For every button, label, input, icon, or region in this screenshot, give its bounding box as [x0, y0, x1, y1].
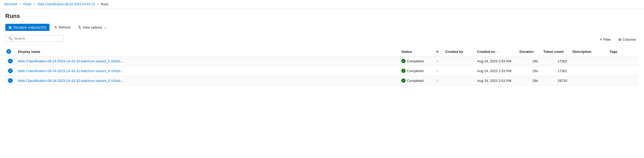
row-name: Web Classification-08-24-2023-14-43-32-b…: [15, 56, 399, 66]
breadcrumb: Microsoft > Flows > Web Classification-0…: [0, 0, 644, 8]
visualize-label: Visualize outputs(3/5): [13, 25, 46, 29]
favorite-star-icon[interactable]: ☆: [436, 69, 439, 73]
th-fav: ☆: [433, 47, 443, 56]
page-content: Runs ▦ Visualize outputs(3/5) ↻ Refresh …: [0, 8, 644, 90]
th-check[interactable]: ✓: [5, 47, 15, 56]
row-checkbox[interactable]: ✓: [5, 76, 15, 86]
row-created-on: Aug 24, 2023 2:53 PM: [474, 56, 517, 66]
row-tags: [607, 66, 639, 76]
search-wrapper: 🔍: [5, 35, 64, 42]
status-label: Completed: [407, 59, 424, 63]
grid-icon: ▦: [8, 25, 12, 29]
row-duration: 29s: [517, 76, 541, 86]
row-status: ✓ Completed: [399, 76, 433, 86]
row-created-on: Aug 24, 2023 2:53 PM: [474, 76, 517, 86]
row-checkbox[interactable]: ✓: [5, 56, 15, 66]
toolbar: ▦ Visualize outputs(3/5) ↻ Refresh ⇅ Vie…: [5, 24, 639, 31]
row-status: ✓ Completed: [399, 66, 433, 76]
table-row: ✓ Web Classification-08-24-2023-14-43-32…: [5, 56, 639, 66]
row-name: Web Classification-08-24-2023-14-43-32-b…: [15, 66, 399, 76]
refresh-button[interactable]: ↻ Refresh: [52, 24, 74, 31]
row-description: [570, 56, 607, 66]
th-tags[interactable]: Tags: [607, 47, 639, 56]
th-duration[interactable]: Duration: [517, 47, 541, 56]
row-tags: [607, 56, 639, 66]
columns-button[interactable]: ⊞ Columns: [616, 36, 639, 43]
row-name-link[interactable]: Web Classification-08-24-2023-14-43-32-b…: [18, 59, 124, 63]
page-title: Runs: [5, 13, 639, 20]
status-label: Completed: [407, 79, 424, 83]
row-name: Web Classification-08-24-2023-14-43-32-b…: [15, 76, 399, 86]
star-icon: ☆: [436, 50, 439, 54]
refresh-icon: ↻: [54, 25, 57, 29]
th-display-name[interactable]: Display name: [15, 47, 399, 56]
row-name-link[interactable]: Web Classification-08-24-2023-14-43-32-b…: [18, 79, 124, 83]
row-description: [570, 66, 607, 76]
filter-label: Filter: [603, 38, 611, 41]
chevron-down-icon: ⌄: [104, 25, 107, 29]
row-name-link[interactable]: Web Classification-08-24-2023-14-43-32-b…: [18, 69, 124, 73]
columns-icon: ⊞: [618, 38, 621, 41]
row-token-count: 17302: [541, 66, 570, 76]
row-checkbox[interactable]: ✓: [5, 66, 15, 76]
nav-current: Runs: [101, 2, 108, 6]
sort-icon: ↓: [497, 50, 499, 53]
row-duration: 29s: [517, 66, 541, 76]
row-tags: [607, 76, 639, 86]
table-row: ✓ Web Classification-08-24-2023-14-43-32…: [5, 76, 639, 86]
columns-label: Columns: [623, 38, 636, 41]
view-options-button[interactable]: ⇅ View options ⌄: [75, 24, 109, 31]
th-created-on[interactable]: Created on ↓: [474, 47, 517, 56]
favorite-star-icon[interactable]: ☆: [436, 78, 439, 83]
visualize-outputs-button[interactable]: ▦ Visualize outputs(3/5): [5, 24, 50, 31]
row-favorite[interactable]: ☆: [433, 76, 443, 86]
view-options-label: View options: [83, 25, 102, 29]
row-description: [570, 76, 607, 86]
th-created-by[interactable]: Created by: [443, 47, 474, 56]
filter-icon: ≡: [600, 38, 602, 41]
row-created-by: [443, 56, 474, 66]
view-options-icon: ⇅: [78, 25, 81, 29]
row-created-on: Aug 24, 2023 2:53 PM: [474, 66, 517, 76]
row-favorite[interactable]: ☆: [433, 66, 443, 76]
row-favorite[interactable]: ☆: [433, 56, 443, 66]
search-input[interactable]: [14, 36, 61, 40]
refresh-label: Refresh: [59, 25, 71, 29]
status-completed-icon: ✓: [401, 59, 406, 63]
th-token-count[interactable]: Token count: [541, 47, 570, 56]
nav-flows[interactable]: Flows: [23, 2, 32, 6]
table-actions: ≡ Filter ⊞ Columns: [597, 36, 639, 43]
row-token-count: 29720: [541, 76, 570, 86]
runs-table: ✓ Display name Status ☆ Created by Creat…: [5, 47, 639, 86]
status-completed-icon: ✓: [401, 69, 406, 73]
row-status: ✓ Completed: [399, 56, 433, 66]
th-description[interactable]: Description: [570, 47, 607, 56]
nav-flow-name[interactable]: Web Classification-08-24-2023-14-43-32: [38, 2, 95, 6]
row-created-by: [443, 66, 474, 76]
row-duration: 29s: [517, 56, 541, 66]
status-completed-icon: ✓: [401, 78, 406, 83]
table-row: ✓ Web Classification-08-24-2023-14-43-32…: [5, 66, 639, 76]
row-created-by: [443, 76, 474, 86]
select-all-checkbox[interactable]: ✓: [6, 49, 11, 54]
search-icon: 🔍: [8, 36, 12, 40]
th-status[interactable]: Status: [399, 47, 433, 56]
nav-microsoft[interactable]: Microsoft: [4, 2, 17, 6]
table-header-row: ✓ Display name Status ☆ Created by Creat…: [5, 47, 639, 56]
row-token-count: 17302: [541, 56, 570, 66]
favorite-star-icon[interactable]: ☆: [436, 59, 439, 63]
status-label: Completed: [407, 69, 424, 73]
filter-button[interactable]: ≡ Filter: [597, 36, 613, 43]
